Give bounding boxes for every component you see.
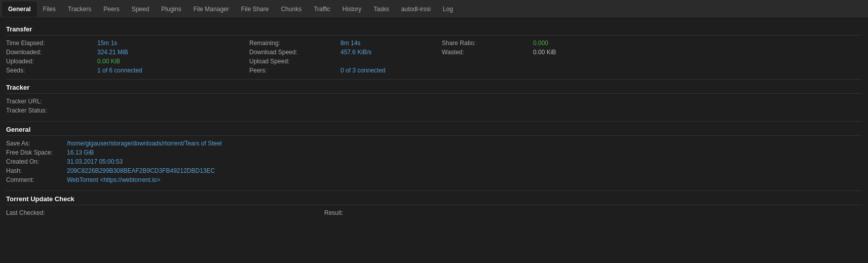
tracker-section: Tracker URL: Tracker Status: bbox=[6, 96, 862, 120]
transfer-grid: Time Elapsed: 15m 1s Remaining: 8m 14s S… bbox=[6, 37, 862, 78]
tab-file-share[interactable]: File Share bbox=[235, 2, 275, 17]
tracker-status-row: Tracker Status: bbox=[6, 107, 862, 114]
share-ratio-label: Share Ratio: bbox=[442, 40, 533, 47]
tab-plugins[interactable]: Plugins bbox=[155, 2, 187, 17]
tracker-status-label: Tracker Status: bbox=[6, 107, 67, 114]
tab-autodl-irssi[interactable]: autodl-irssi bbox=[395, 2, 437, 17]
save-as-value: /home/gigauser/storage/downloads/rtorren… bbox=[67, 140, 222, 147]
share-ratio-value: 0.000 bbox=[533, 40, 634, 47]
download-speed-label: Download Speed: bbox=[249, 49, 341, 56]
comment-value: WebTorrent <https://webtorrent.io> bbox=[67, 176, 161, 183]
downloaded-label: Downloaded: bbox=[6, 49, 97, 56]
tracker-url-row: Tracker URL: bbox=[6, 98, 862, 105]
save-as-label: Save As: bbox=[6, 140, 67, 147]
tab-traffic[interactable]: Traffic bbox=[308, 2, 336, 17]
remaining-value: 8m 14s bbox=[341, 40, 442, 47]
tracker-url-label: Tracker URL: bbox=[6, 98, 67, 105]
peers-label: Peers: bbox=[249, 67, 341, 74]
uploaded-label: Uploaded: bbox=[6, 58, 97, 65]
free-disk-value: 16.13 GiB bbox=[67, 149, 94, 156]
comment-row: Comment: WebTorrent <https://webtorrent.… bbox=[6, 176, 862, 183]
download-speed-value: 457.6 KiB/s bbox=[341, 49, 442, 56]
time-elapsed-label: Time Elapsed: bbox=[6, 40, 97, 47]
remaining-label: Remaining: bbox=[249, 40, 341, 47]
comment-label: Comment: bbox=[6, 176, 67, 183]
last-checked-row: Last Checked: bbox=[6, 209, 71, 216]
tab-trackers[interactable]: Trackers bbox=[62, 2, 97, 17]
result-label: Result: bbox=[324, 209, 385, 216]
tab-peers[interactable]: Peers bbox=[97, 2, 125, 17]
tab-files[interactable]: Files bbox=[37, 2, 62, 17]
hash-value: 209C8226B299B308BEAF2B9CD3FB49212DBD13EC bbox=[67, 167, 215, 174]
tab-bar: General Files Trackers Peers Speed Plugi… bbox=[0, 0, 868, 18]
general-section: Save As: /home/gigauser/storage/download… bbox=[6, 138, 862, 190]
main-content: Transfer Time Elapsed: 15m 1s Remaining:… bbox=[0, 18, 868, 227]
hash-row: Hash: 209C8226B299B308BEAF2B9CD3FB49212D… bbox=[6, 167, 862, 174]
last-checked-label: Last Checked: bbox=[6, 209, 67, 216]
free-disk-row: Free Disk Space: 16.13 GiB bbox=[6, 149, 862, 156]
result-row: Result: bbox=[324, 209, 389, 216]
created-on-row: Created On: 31.03.2017 05:00:53 bbox=[6, 158, 862, 165]
seeds-label: Seeds: bbox=[6, 67, 97, 74]
tab-tasks[interactable]: Tasks bbox=[367, 2, 395, 17]
tab-history[interactable]: History bbox=[336, 2, 367, 17]
free-disk-label: Free Disk Space: bbox=[6, 149, 67, 156]
time-elapsed-value: 15m 1s bbox=[97, 40, 249, 47]
tab-log[interactable]: Log bbox=[437, 2, 459, 17]
upload-speed-value bbox=[341, 58, 442, 65]
wasted-label: Wasted: bbox=[442, 49, 533, 56]
peers-value: 0 of 3 connected bbox=[341, 67, 442, 74]
created-on-label: Created On: bbox=[6, 158, 67, 165]
tab-chunks[interactable]: Chunks bbox=[275, 2, 308, 17]
created-on-value: 31.03.2017 05:00:53 bbox=[67, 158, 123, 165]
save-as-row: Save As: /home/gigauser/storage/download… bbox=[6, 140, 862, 147]
uploaded-value: 0.00 KiB bbox=[97, 58, 249, 65]
upload-speed-label: Upload Speed: bbox=[249, 58, 341, 65]
wasted-value: 0.00 KiB bbox=[533, 49, 634, 56]
transfer-section-header: Transfer bbox=[6, 22, 862, 35]
downloaded-value: 324.21 MiB bbox=[97, 49, 249, 56]
seeds-value: 1 of 6 connected bbox=[97, 67, 249, 74]
tracker-section-header: Tracker bbox=[6, 81, 862, 94]
tab-general[interactable]: General bbox=[2, 2, 37, 17]
tab-file-manager[interactable]: File Manager bbox=[187, 2, 235, 17]
hash-label: Hash: bbox=[6, 167, 67, 174]
torrent-update-section-header: Torrent Update Check bbox=[6, 192, 862, 205]
tab-speed[interactable]: Speed bbox=[126, 2, 156, 17]
torrent-update-section: Last Checked: Result: bbox=[6, 207, 862, 222]
general-section-header: General bbox=[6, 123, 862, 136]
